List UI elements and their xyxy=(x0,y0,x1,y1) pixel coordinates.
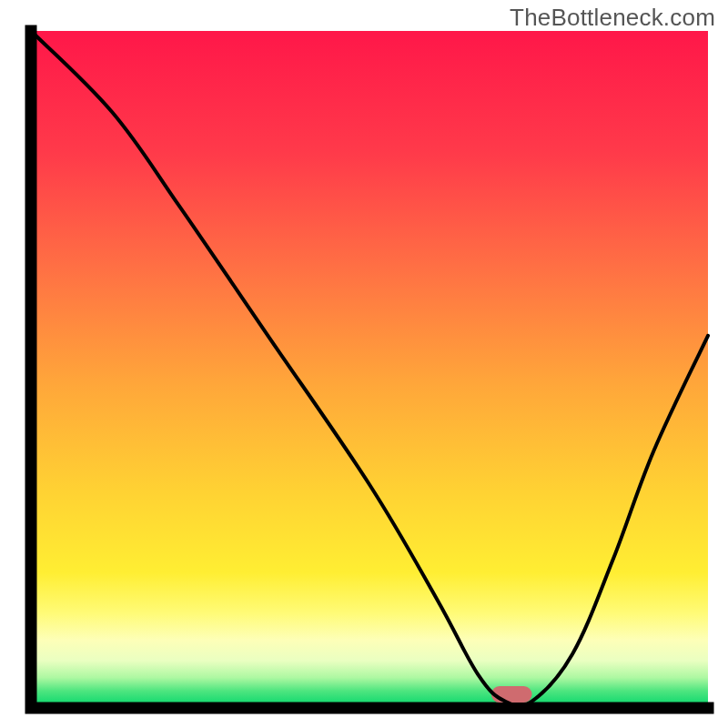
chart-frame: TheBottleneck.com xyxy=(0,0,728,728)
gradient-background xyxy=(31,31,708,708)
bottleneck-chart xyxy=(0,0,728,728)
optimal-marker xyxy=(491,686,532,703)
